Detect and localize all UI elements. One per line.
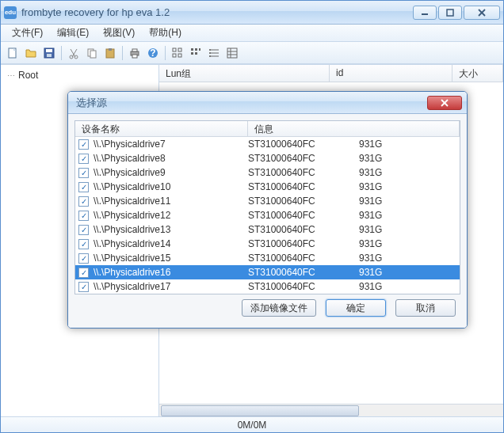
view-large-button[interactable] [169, 44, 186, 62]
maximize-button[interactable] [438, 6, 462, 20]
device-checkbox[interactable]: ✓ [78, 139, 89, 150]
device-size: 931G [359, 253, 407, 264]
svg-rect-13 [90, 51, 96, 58]
device-checkbox[interactable]: ✓ [78, 282, 89, 292]
menubar: 文件(F) 编辑(E) 视图(V) 帮助(H) [1, 25, 503, 42]
svg-rect-15 [109, 48, 112, 51]
col-device-name[interactable]: 设备名称 [75, 121, 248, 136]
svg-rect-1 [447, 9, 453, 16]
toolbar-separator [165, 46, 166, 60]
device-row[interactable]: ✓\\.\Physicaldrive12ST31000640FC931G [75, 208, 460, 222]
dialog-titlebar[interactable]: 选择源 [68, 92, 467, 114]
svg-rect-23 [173, 54, 176, 57]
device-name: \\.\Physicaldrive13 [94, 224, 248, 235]
svg-rect-27 [199, 48, 200, 51]
cancel-button[interactable]: 取消 [395, 299, 456, 317]
svg-rect-24 [178, 54, 181, 57]
print-button[interactable] [126, 44, 143, 62]
device-checkbox[interactable]: ✓ [78, 196, 89, 207]
menu-view[interactable]: 视图(V) [97, 25, 141, 41]
svg-rect-22 [178, 48, 181, 51]
device-row[interactable]: ✓\\.\Physicaldrive9ST31000640FC931G [75, 165, 460, 180]
scrollbar-thumb[interactable] [161, 405, 359, 416]
list-header: Lun组 id 大小 [159, 65, 503, 82]
open-button[interactable] [22, 44, 40, 62]
device-name: \\.\Physicaldrive8 [94, 153, 248, 164]
device-size: 931G [359, 238, 407, 249]
device-size: 931G [359, 210, 407, 221]
help-button[interactable]: ? [144, 44, 162, 62]
menu-edit[interactable]: 编辑(E) [51, 25, 95, 41]
device-name: \\.\Physicaldrive12 [94, 210, 248, 221]
device-row[interactable]: ✓\\.\Physicaldrive15ST31000640FC931G [75, 251, 460, 265]
add-image-button[interactable]: 添加镜像文件 [242, 299, 316, 317]
device-row[interactable]: ✓\\.\Physicaldrive14ST31000640FC931G [75, 237, 460, 251]
col-device-info[interactable]: 信息 [248, 121, 460, 136]
save-icon [43, 47, 55, 59]
svg-rect-21 [173, 48, 176, 51]
col-size[interactable]: 大小 [452, 65, 503, 82]
svg-point-35 [209, 55, 211, 57]
view-small-button[interactable] [187, 44, 204, 62]
device-size: 931G [359, 224, 407, 235]
print-icon [128, 47, 141, 59]
copy-icon [86, 47, 98, 59]
col-lun[interactable]: Lun组 [159, 65, 330, 82]
device-row[interactable]: ✓\\.\Physicaldrive13ST31000640FC931G [75, 222, 460, 237]
device-size: 931G [359, 153, 407, 164]
device-name: \\.\Physicaldrive17 [94, 281, 248, 292]
cut-button[interactable] [65, 44, 82, 62]
device-row[interactable]: ✓\\.\Physicaldrive7ST31000640FC931G [75, 137, 460, 151]
svg-point-34 [209, 52, 211, 54]
minimize-button[interactable] [413, 6, 437, 20]
paste-icon [104, 47, 116, 59]
device-list-header: 设备名称 信息 [75, 121, 460, 137]
paste-button[interactable] [101, 44, 119, 62]
svg-rect-7 [47, 54, 52, 57]
device-checkbox[interactable]: ✓ [78, 225, 89, 235]
save-button[interactable] [40, 44, 58, 62]
menu-help[interactable]: 帮助(H) [143, 25, 188, 41]
device-rows[interactable]: ✓\\.\Physicaldrive7ST31000640FC931G✓\\.\… [75, 137, 460, 294]
device-size: 931G [359, 196, 407, 207]
device-info: ST31000640FC [248, 196, 359, 207]
col-id[interactable]: id [330, 65, 452, 82]
device-info: ST31000640FC [248, 153, 359, 164]
large-icons-icon [171, 47, 184, 59]
view-list-button[interactable] [205, 44, 223, 62]
device-checkbox[interactable]: ✓ [78, 168, 89, 178]
close-button[interactable] [464, 6, 500, 20]
device-checkbox[interactable]: ✓ [78, 211, 89, 221]
device-row[interactable]: ✓\\.\Physicaldrive10ST31000640FC931G [75, 180, 460, 194]
device-info: ST31000640FC [248, 139, 359, 150]
device-row[interactable]: ✓\\.\Physicaldrive11ST31000640FC931G [75, 194, 460, 208]
device-checkbox[interactable]: ✓ [78, 182, 89, 192]
svg-rect-18 [132, 55, 137, 58]
new-file-icon [6, 47, 19, 59]
device-row[interactable]: ✓\\.\Physicaldrive17ST31000640FC931G [75, 279, 460, 294]
maximize-icon [446, 9, 454, 17]
device-row[interactable]: ✓\\.\Physicaldrive8ST31000640FC931G [75, 151, 460, 165]
new-button[interactable] [4, 44, 21, 62]
close-icon [478, 9, 486, 17]
device-name: \\.\Physicaldrive9 [94, 167, 248, 178]
dialog-buttons: 添加镜像文件 确定 取消 [74, 294, 460, 321]
device-checkbox[interactable]: ✓ [78, 239, 89, 249]
copy-button[interactable] [83, 44, 101, 62]
toolbar-separator [122, 46, 123, 60]
app-icon: edu [4, 6, 17, 19]
view-detail-button[interactable] [223, 44, 241, 62]
menu-file[interactable]: 文件(F) [6, 25, 49, 41]
device-checkbox[interactable]: ✓ [78, 154, 89, 164]
device-checkbox[interactable]: ✓ [78, 253, 89, 264]
device-size: 931G [359, 267, 407, 278]
device-checkbox[interactable]: ✓ [78, 268, 89, 278]
horizontal-scrollbar[interactable] [159, 404, 503, 416]
dialog-close-button[interactable] [427, 96, 462, 110]
device-name: \\.\Physicaldrive7 [94, 139, 248, 150]
device-row[interactable]: ✓\\.\Physicaldrive16ST31000640FC931G [75, 265, 460, 279]
tree-root-node[interactable]: Root [4, 68, 155, 82]
svg-rect-6 [46, 49, 52, 52]
device-info: ST31000640FC [248, 267, 359, 278]
ok-button[interactable]: 确定 [326, 299, 386, 317]
